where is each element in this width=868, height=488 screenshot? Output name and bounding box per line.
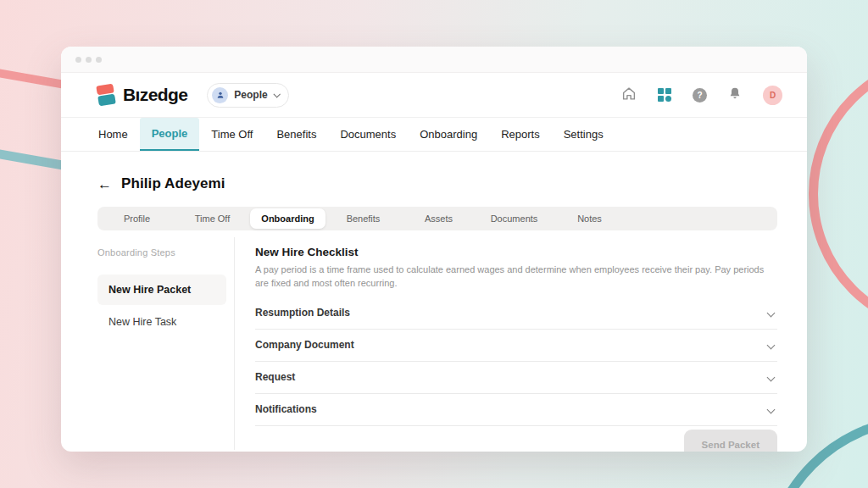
chevron-down-icon [767, 308, 776, 317]
chevron-down-icon [767, 341, 776, 349]
checklist-sections: Resumption Details Company Document Requ… [255, 297, 777, 426]
tab-benefits[interactable]: Benefits [326, 214, 401, 224]
chevron-down-icon [767, 405, 776, 413]
accordion-resumption-details[interactable]: Resumption Details [255, 297, 777, 330]
help-icon[interactable]: ? [693, 88, 707, 103]
page-content: ← Philip Adeyemi Profile Time Off Onboar… [61, 175, 807, 450]
accordion-notifications[interactable]: Notifications [255, 394, 777, 426]
tab-assets[interactable]: Assets [401, 214, 476, 224]
nav-item-onboarding[interactable]: Onboarding [408, 118, 489, 151]
window-control-dot[interactable] [96, 57, 102, 63]
checklist-description: A pay period is a time frame used to cal… [255, 263, 777, 291]
accordion-company-document[interactable]: Company Document [255, 330, 777, 362]
workspace-label: People [234, 89, 267, 101]
page-header: ← Philip Adeyemi [97, 175, 777, 192]
tab-profile[interactable]: Profile [99, 214, 175, 224]
chevron-down-icon [273, 91, 280, 97]
nav-item-people[interactable]: People [140, 118, 200, 151]
brand-logo[interactable]: Bızedge [97, 84, 187, 106]
brand-name: Bızedge [123, 85, 187, 105]
person-icon [212, 87, 228, 103]
window-titlebar [61, 47, 807, 73]
nav-item-documents[interactable]: Documents [328, 118, 408, 151]
tab-onboarding[interactable]: Onboarding [250, 208, 326, 229]
sidebar-item-new-hire-packet[interactable]: New Hire Packet [97, 274, 226, 305]
home-icon[interactable] [621, 86, 637, 104]
workspace-switcher[interactable]: People [207, 83, 288, 108]
decorative-pink-arc [809, 54, 868, 334]
onboarding-steps-sidebar: Onboarding Steps New Hire Packet New Hir… [97, 237, 235, 450]
tab-time-off[interactable]: Time Off [175, 214, 250, 224]
profile-tabs: Profile Time Off Onboarding Benefits Ass… [97, 207, 777, 230]
nav-item-time-off[interactable]: Time Off [199, 118, 264, 151]
nav-item-settings[interactable]: Settings [552, 118, 615, 151]
window-control-dot[interactable] [86, 57, 92, 63]
window-control-dot[interactable] [75, 57, 81, 63]
page-title: Philip Adeyemi [121, 175, 225, 192]
sidebar-label: Onboarding Steps [97, 247, 234, 258]
tab-notes[interactable]: Notes [552, 214, 627, 224]
send-packet-button[interactable]: Send Packet [684, 430, 777, 452]
app-window: Bızedge People ? [61, 47, 807, 452]
nav-item-reports[interactable]: Reports [489, 118, 552, 151]
back-arrow-icon[interactable]: ← [97, 177, 112, 191]
avatar[interactable]: D [763, 86, 782, 105]
header-icons: ? D [621, 86, 782, 105]
chevron-down-icon [767, 373, 776, 381]
accordion-request[interactable]: Request [255, 362, 777, 394]
checklist-panel: New Hire Checklist A pay period is a tim… [235, 237, 777, 450]
notifications-bell-icon[interactable] [728, 86, 742, 104]
checklist-title: New Hire Checklist [255, 246, 777, 258]
apps-grid-icon[interactable] [658, 88, 671, 102]
nav-item-home[interactable]: Home [86, 118, 140, 151]
bizedge-logo-icon [97, 84, 116, 106]
app-header: Bızedge People ? [61, 73, 807, 118]
top-nav: Home People Time Off Benefits Documents … [61, 118, 807, 152]
tab-documents[interactable]: Documents [476, 214, 552, 224]
sidebar-item-new-hire-task[interactable]: New Hire Task [97, 307, 226, 337]
nav-item-benefits[interactable]: Benefits [264, 118, 328, 151]
